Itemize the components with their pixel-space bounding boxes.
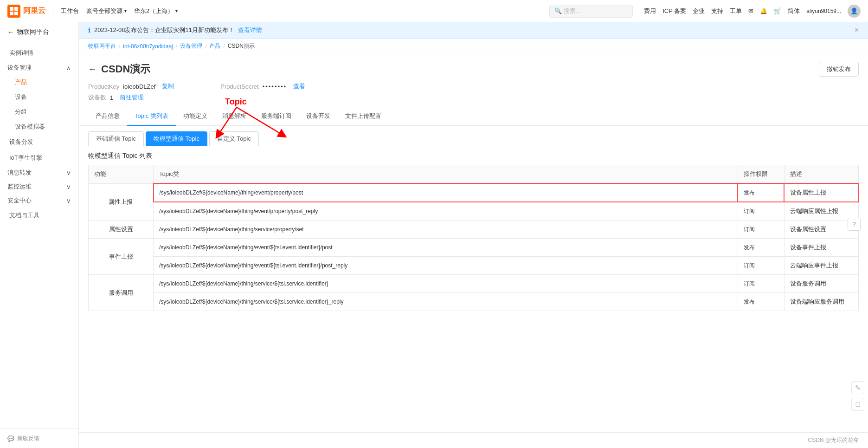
func-cell-event-report: 事件上报 bbox=[89, 239, 154, 275]
sidebar-item-product[interactable]: 产品 bbox=[0, 75, 78, 90]
top-nav: 阿里云 工作台 账号全部资源 ▾ 华东2（上海） ▾ 🔍 搜索... 费用 IC… bbox=[0, 0, 868, 22]
tab-function-def[interactable]: 功能定义 bbox=[176, 107, 215, 126]
perm-cell-event-post: 发布 bbox=[738, 239, 784, 257]
avatar[interactable]: 👤 bbox=[848, 5, 861, 18]
group-label: 监控运维 bbox=[7, 182, 32, 191]
meta-secret-label: ProductSecret bbox=[220, 83, 258, 90]
tab-server-sub[interactable]: 服务端订阅 bbox=[254, 107, 299, 126]
page-meta-2: 设备数 1 前往管理 bbox=[88, 93, 859, 107]
breadcrumb-item-product[interactable]: 产品 bbox=[209, 42, 220, 50]
group-label: 设备管理 bbox=[7, 64, 32, 72]
svg-rect-1 bbox=[14, 7, 18, 11]
table-row: /sys/ioieobDLZef/${deviceName}/thing/eve… bbox=[89, 202, 859, 221]
sidebar-group-security[interactable]: 安全中心 ∨ bbox=[0, 194, 78, 208]
logo-icon bbox=[7, 5, 20, 18]
table-row: /sys/ioieobDLZef/${deviceName}/thing/eve… bbox=[89, 257, 859, 275]
sidebar-item-instance[interactable]: 实例详情 bbox=[0, 45, 78, 61]
comment-tool-button[interactable]: □ bbox=[851, 398, 864, 411]
desc-cell-service-call: 设备服务调用 bbox=[784, 275, 858, 293]
perm-cell-event-reply: 订阅 bbox=[738, 257, 784, 275]
sidebar-platform-label: 物联网平台 bbox=[17, 28, 49, 36]
sidebar-item-label: 分组 bbox=[15, 108, 27, 115]
sub-tabs-container: 基础通信 Topic 物模型通信 Topic 自定义 Topic bbox=[79, 126, 868, 146]
breadcrumb-item-device-mgmt[interactable]: 设备管理 bbox=[180, 42, 202, 50]
nav-user[interactable]: aliyun90159... bbox=[806, 8, 841, 14]
sidebar-item-group[interactable]: 分组 bbox=[0, 104, 78, 119]
content-area: ℹ 2023-12-08发布公告：企业版实例11月新功能发布！ 查看详情 × 物… bbox=[79, 22, 868, 448]
meta-device-value: 1 bbox=[110, 94, 113, 101]
nav-workbench[interactable]: 工作台 bbox=[61, 7, 79, 15]
sidebar-group-message[interactable]: 消息转发 ∨ bbox=[0, 166, 78, 180]
table-row: 属性设置 /sys/ioieobDLZef/${deviceName}/thin… bbox=[89, 221, 859, 239]
sidebar-group-device-mgmt[interactable]: 设备管理 ∧ bbox=[0, 61, 78, 75]
col-header-func: 功能 bbox=[89, 165, 154, 184]
meta-product-key-value: ioieobDLZef bbox=[123, 83, 155, 90]
nav-icon-cart[interactable]: 🛒 bbox=[774, 7, 781, 14]
topic-cell-event-reply: /sys/ioieobDLZef/${deviceName}/thing/eve… bbox=[154, 257, 738, 275]
nav-billing[interactable]: 费用 bbox=[644, 7, 656, 15]
breadcrumb-item-platform[interactable]: 物联网平台 bbox=[88, 42, 116, 50]
func-cell-prop-set: 属性设置 bbox=[89, 221, 154, 239]
sidebar-section: 实例详情 设备管理 ∧ 产品 设备 分组 设备模拟器 设备分发 IoT孪生引 bbox=[0, 42, 78, 226]
nav-ticket[interactable]: 工单 bbox=[730, 7, 742, 15]
breadcrumb-item-instance[interactable]: iot-06z00h7yodidaaj bbox=[123, 43, 173, 50]
announcement-link[interactable]: 查看详情 bbox=[238, 26, 262, 34]
meta-secret-value: •••••••• bbox=[263, 83, 287, 90]
desc-cell-prop-post: 设备属性上报 bbox=[784, 183, 858, 202]
tab-file-upload[interactable]: 文件上传配置 bbox=[338, 107, 389, 126]
sidebar-item-simulator[interactable]: 设备模拟器 bbox=[0, 119, 78, 134]
nav-region[interactable]: 华东2（上海） ▾ bbox=[134, 7, 178, 15]
page-title-text: CSDN演示 bbox=[101, 62, 150, 76]
search-placeholder: 搜索... bbox=[564, 7, 581, 15]
nav-lang[interactable]: 简体 bbox=[788, 7, 800, 15]
meta-device-count: 设备数 1 前往管理 bbox=[88, 93, 144, 102]
tab-topic-list[interactable]: Topic 类列表 bbox=[127, 107, 176, 126]
chevron-down-icon: ∨ bbox=[66, 197, 71, 204]
sub-tab-thing-model[interactable]: 物模型通信 Topic bbox=[146, 131, 207, 146]
sidebar-group-monitor[interactable]: 监控运维 ∨ bbox=[0, 180, 78, 194]
page-title-row: ← CSDN演示 撤销发布 bbox=[88, 62, 859, 77]
nav-icon-message[interactable]: ✉ bbox=[748, 7, 753, 14]
meta-product-secret: ProductSecret •••••••• 查看 bbox=[220, 82, 305, 91]
feedback-icon: 💬 bbox=[7, 435, 14, 442]
perm-cell-prop-post: 发布 bbox=[738, 183, 784, 202]
help-button[interactable]: ? bbox=[848, 218, 861, 231]
sidebar-item-iot-twin[interactable]: IoT孪生引擎 bbox=[0, 150, 78, 166]
tab-device-dev[interactable]: 设备开发 bbox=[299, 107, 338, 126]
main-layout: ← 物联网平台 实例详情 设备管理 ∧ 产品 设备 分组 设备模拟器 bbox=[0, 22, 868, 448]
logo[interactable]: 阿里云 bbox=[7, 5, 45, 18]
sidebar-item-device[interactable]: 设备 bbox=[0, 90, 78, 104]
nav-resources[interactable]: 账号全部资源 ▾ bbox=[86, 7, 127, 15]
nav-enterprise[interactable]: 企业 bbox=[693, 7, 705, 15]
close-icon[interactable]: × bbox=[855, 26, 859, 34]
sidebar-feedback[interactable]: 💬 新版反馈 bbox=[0, 429, 78, 448]
nav-icon-bell[interactable]: 🔔 bbox=[760, 7, 767, 14]
topic-cell-event-post: /sys/ioieobDLZef/${deviceName}/thing/eve… bbox=[154, 239, 738, 257]
page-back-button[interactable]: ← bbox=[88, 65, 96, 74]
sidebar-back[interactable]: ← 物联网平台 bbox=[0, 22, 78, 42]
nav-support[interactable]: 支持 bbox=[711, 7, 723, 15]
footer-text: CSDN @无尽的花夺 bbox=[808, 437, 859, 443]
topic-cell-service-reply: /sys/ioieobDLZef/${deviceName}/thing/ser… bbox=[154, 293, 738, 311]
copy-product-key-button[interactable]: 复制 bbox=[162, 82, 174, 91]
sub-tab-custom[interactable]: 自定义 Topic bbox=[209, 131, 259, 146]
sidebar-item-label: 设备模拟器 bbox=[15, 123, 45, 130]
edit-tool-button[interactable]: ✎ bbox=[851, 381, 864, 394]
table-row: 服务调用 /sys/ioieobDLZef/${deviceName}/thin… bbox=[89, 275, 859, 293]
sidebar-item-dispatch[interactable]: 设备分发 bbox=[0, 134, 78, 150]
sub-tab-basic[interactable]: 基础通信 Topic bbox=[88, 131, 144, 146]
func-cell-prop-report: 属性上报 bbox=[89, 183, 154, 221]
tab-msg-parse[interactable]: 消息解析 bbox=[215, 107, 254, 126]
main-tabs: 产品信息 Topic 类列表 功能定义 消息解析 服务端订阅 设备开发 文件上传… bbox=[79, 107, 868, 126]
nav-icp[interactable]: ICP 备案 bbox=[662, 7, 686, 15]
view-secret-button[interactable]: 查看 bbox=[293, 82, 305, 91]
go-manage-link[interactable]: 前往管理 bbox=[120, 93, 144, 102]
tab-product-info[interactable]: 产品信息 bbox=[88, 107, 127, 126]
publish-button[interactable]: 撤销发布 bbox=[819, 62, 859, 77]
search-box[interactable]: 🔍 搜索... bbox=[549, 5, 633, 18]
sidebar-item-docs[interactable]: 文档与工具 bbox=[0, 208, 78, 223]
logo-text: 阿里云 bbox=[23, 6, 45, 16]
breadcrumb-item-current: CSDN演示 bbox=[228, 42, 255, 50]
perm-cell-service-reply: 发布 bbox=[738, 293, 784, 311]
sidebar-item-label: 设备分发 bbox=[9, 138, 33, 146]
